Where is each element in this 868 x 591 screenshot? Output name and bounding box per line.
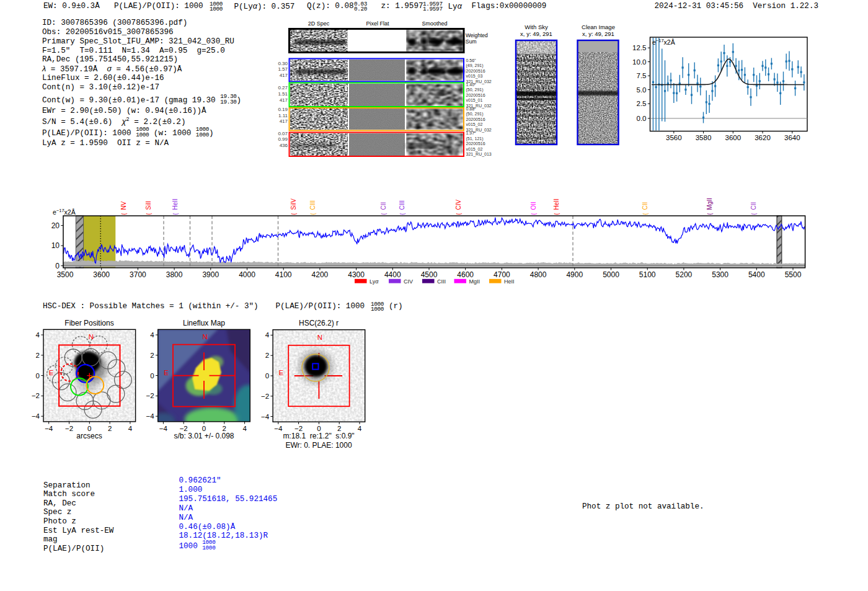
svg-text:N: N [202, 333, 207, 340]
svg-text:{: { [146, 213, 152, 215]
svg-text:{: { [531, 213, 537, 215]
svg-text:CIII: CIII [437, 278, 446, 285]
svg-text:SiII: SiII [145, 201, 152, 210]
svg-text:HeII: HeII [553, 198, 560, 210]
svg-text:0: 0 [150, 372, 154, 380]
svg-text:{: { [381, 213, 387, 215]
svg-text:CII: CII [750, 202, 757, 210]
svg-text:2.5: 2.5 [637, 100, 647, 107]
svg-text:CII: CII [380, 202, 387, 210]
svg-text:0: 0 [265, 372, 269, 380]
svg-text:{: { [751, 213, 757, 215]
svg-text:CIII: CIII [309, 200, 316, 210]
svg-text:CII: CII [642, 202, 649, 210]
svg-text:4200: 4200 [312, 270, 329, 279]
svg-text:CIII: CIII [399, 200, 405, 210]
svg-text:4100: 4100 [275, 270, 292, 279]
svg-text:−2: −2 [32, 392, 40, 399]
svg-text:12.5: 12.5 [632, 44, 646, 51]
svg-text:3500: 3500 [57, 270, 74, 279]
svg-text:4500: 4500 [421, 270, 438, 279]
svg-text:4: 4 [36, 331, 40, 339]
svg-text:MgII: MgII [469, 278, 480, 285]
svg-text:2: 2 [36, 352, 40, 359]
svg-text:5.0: 5.0 [637, 86, 647, 94]
svg-text:0: 0 [55, 262, 60, 270]
svg-text:−4: −4 [32, 412, 40, 420]
svg-text:{: { [172, 213, 179, 215]
svg-text:4300: 4300 [348, 270, 365, 279]
svg-text:{: { [121, 213, 127, 215]
svg-text:MgII: MgII [706, 198, 713, 210]
svg-text:4900: 4900 [566, 270, 583, 279]
svg-text:SiIV: SiIV [290, 198, 297, 210]
svg-text:HeII: HeII [172, 198, 179, 210]
svg-text:3900: 3900 [202, 270, 219, 279]
svg-text:3620: 3620 [755, 134, 771, 141]
svg-text:{: { [399, 213, 405, 215]
svg-text:3700: 3700 [130, 270, 146, 279]
svg-text:N: N [89, 333, 94, 340]
svg-text:{: { [291, 213, 297, 215]
svg-text:5200: 5200 [676, 270, 693, 279]
svg-text:0: 0 [36, 372, 40, 380]
svg-text:N: N [317, 334, 322, 341]
svg-text:3560: 3560 [666, 134, 682, 141]
svg-text:{: { [707, 213, 713, 215]
svg-text:E: E [49, 369, 54, 376]
svg-text:−2: −2 [146, 392, 154, 399]
svg-text:7.5: 7.5 [637, 72, 647, 79]
svg-text:CIV: CIV [455, 200, 462, 210]
svg-text:4: 4 [265, 331, 270, 339]
svg-text:3600: 3600 [93, 270, 110, 279]
svg-text:−4: −4 [146, 412, 155, 420]
svg-text:2: 2 [265, 352, 269, 359]
svg-text:{: { [642, 213, 649, 215]
svg-text:{: { [310, 213, 316, 215]
svg-text:3800: 3800 [166, 270, 183, 279]
svg-text:4800: 4800 [530, 270, 547, 279]
svg-text:5100: 5100 [639, 270, 656, 279]
svg-text:−4: −4 [261, 413, 270, 420]
svg-text:CIV: CIV [404, 278, 413, 285]
svg-text:5300: 5300 [712, 270, 728, 279]
svg-text:−2: −2 [261, 393, 269, 400]
svg-text:4000: 4000 [239, 270, 255, 279]
svg-text:NV: NV [120, 201, 127, 210]
svg-text:4400: 4400 [384, 270, 401, 279]
svg-text:20: 20 [51, 221, 60, 230]
svg-text:OII: OII [530, 202, 537, 210]
svg-text:0.0: 0.0 [637, 115, 647, 122]
svg-text:3580: 3580 [696, 134, 712, 141]
svg-text:{: { [554, 213, 560, 215]
svg-text:E: E [164, 369, 169, 376]
svg-text:5000: 5000 [603, 270, 619, 279]
svg-text:HeII: HeII [504, 278, 515, 285]
svg-text:E: E [279, 369, 284, 376]
svg-text:2: 2 [150, 352, 154, 359]
svg-text:10.0: 10.0 [632, 58, 646, 66]
svg-text:4: 4 [150, 331, 154, 339]
svg-text:5400: 5400 [748, 270, 765, 279]
svg-text:e−17x2Å: e−17x2Å [53, 208, 76, 216]
svg-text:e−17x2Å: e−17x2Å [652, 38, 675, 46]
svg-text:Lyα: Lyα [370, 278, 379, 285]
svg-text:10: 10 [51, 241, 60, 250]
svg-text:3640: 3640 [784, 134, 800, 141]
svg-text:{: { [456, 213, 462, 215]
svg-text:3600: 3600 [725, 134, 742, 141]
svg-text:5500: 5500 [785, 270, 802, 279]
